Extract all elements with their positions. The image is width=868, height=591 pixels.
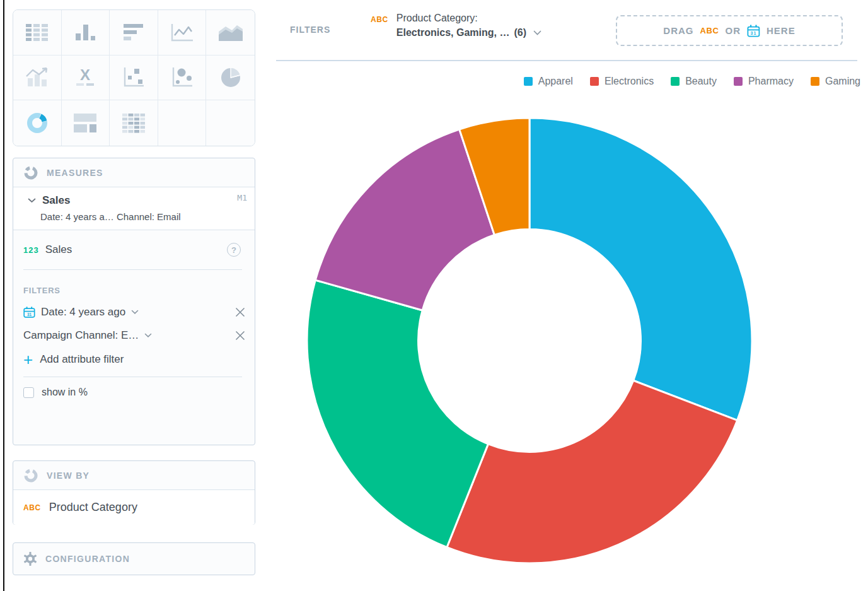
measure-tag: M1 — [237, 193, 247, 202]
svg-text:31: 31 — [27, 312, 32, 317]
show-in-percent-label: show in % — [42, 387, 88, 398]
measure-name: Sales — [42, 194, 70, 207]
svg-text:31: 31 — [750, 31, 756, 35]
chevron-down-icon — [144, 333, 152, 338]
show-in-percent-row: show in % — [13, 387, 255, 398]
measure-item-label: Sales — [45, 243, 72, 256]
vis-type-headline[interactable]: X — [62, 56, 110, 101]
measure-filters-label: FILTERS — [13, 286, 255, 295]
measure-item-row[interactable]: 123 Sales ? — [13, 230, 255, 269]
table-icon — [26, 24, 49, 41]
attribute-filter-row[interactable]: Campaign Channel: E… — [13, 329, 255, 342]
add-attribute-filter-label: Add attribute filter — [40, 353, 124, 366]
divider — [276, 60, 857, 61]
vis-type-donut-chart-selected[interactable] — [13, 100, 62, 146]
chevron-down-icon[interactable] — [28, 198, 36, 203]
vis-type-column-chart[interactable] — [62, 10, 110, 56]
bubble-chart-icon — [171, 67, 193, 88]
vis-type-combo-chart[interactable] — [13, 56, 62, 101]
vis-type-area-chart[interactable] — [206, 10, 255, 56]
measure-subtitle: Date: 4 years a… Channel: Email — [40, 211, 247, 222]
filter-chip-attribute: Product Category: — [396, 13, 541, 24]
svg-text:X: X — [80, 68, 90, 83]
view-by-item-label: Product Category — [49, 501, 137, 514]
filter-dropzone[interactable]: DRAG ABC OR 31 HERE — [616, 15, 843, 46]
window-left-edge — [3, 0, 4, 591]
attribute-type-icon: ABC — [700, 26, 719, 35]
donut-chart — [271, 63, 868, 591]
chevron-down-icon — [131, 310, 139, 315]
dropzone-here: HERE — [767, 25, 796, 36]
heatmap-icon — [122, 114, 145, 133]
date-filter-row[interactable]: 31 Date: 4 years ago — [13, 306, 255, 319]
help-icon[interactable]: ? — [227, 243, 241, 257]
calendar-icon: 31 — [23, 307, 35, 318]
vis-type-table[interactable] — [13, 10, 62, 56]
vis-type-treemap[interactable] — [62, 100, 110, 146]
filter-bar-label: FILTERS — [290, 25, 330, 35]
donut-bucket-icon — [23, 468, 38, 483]
calendar-icon: 31 — [747, 25, 760, 37]
add-attribute-filter-button[interactable]: + Add attribute filter — [13, 353, 255, 366]
attribute-filter-label: Campaign Channel: E… — [23, 329, 139, 342]
scatter-plot-icon — [123, 67, 144, 88]
show-in-percent-checkbox[interactable] — [23, 387, 34, 398]
filter-chip-values: Electronics, Gaming, … — [396, 27, 510, 38]
plus-icon: + — [23, 353, 33, 366]
view-by-item[interactable]: ABC Product Category — [13, 489, 255, 525]
configuration-panel[interactable]: CONFIGURATION — [13, 542, 255, 575]
attribute-type-icon: ABC — [371, 15, 388, 38]
donut-chart-icon — [26, 112, 49, 134]
vis-type-heatmap[interactable] — [110, 100, 158, 146]
date-filter-label: Date: 4 years ago — [41, 306, 125, 319]
vis-type-pie-chart[interactable] — [206, 56, 255, 101]
measure-card[interactable]: Sales M1 Date: 4 years a… Channel: Email — [13, 187, 255, 230]
view-by-title: VIEW BY — [47, 471, 90, 481]
donut-slice-electronics[interactable] — [447, 380, 738, 563]
vis-type-empty-2 — [206, 100, 255, 146]
dropzone-drag: DRAG — [663, 25, 693, 36]
product-category-filter-chip[interactable]: ABC Product Category: Electronics, Gamin… — [371, 13, 541, 38]
pie-chart-icon — [220, 67, 241, 88]
line-chart-icon — [170, 23, 194, 42]
donut-slice-apparel[interactable] — [529, 118, 752, 420]
combo-chart-icon — [25, 67, 49, 87]
configuration-title: CONFIGURATION — [45, 554, 130, 564]
vis-type-line-chart[interactable] — [158, 10, 207, 56]
treemap-icon — [74, 114, 96, 132]
attribute-type-icon: ABC — [23, 503, 41, 512]
view-by-header: VIEW BY — [13, 461, 255, 489]
area-chart-icon — [219, 23, 243, 41]
filter-chip-count: (6) — [514, 27, 526, 38]
vis-type-bar-chart[interactable] — [110, 10, 158, 56]
view-by-panel: VIEW BY ABC Product Category — [13, 460, 255, 525]
headline-icon: X — [74, 68, 96, 87]
dropzone-or: OR — [725, 25, 741, 36]
vis-type-scatter-plot[interactable] — [110, 56, 158, 101]
measures-title: MEASURES — [47, 168, 103, 178]
vis-type-bubble-chart[interactable] — [158, 56, 207, 101]
measures-header: MEASURES — [13, 158, 255, 187]
donut-slice-beauty[interactable] — [307, 280, 488, 547]
divider — [23, 269, 242, 270]
bar-chart-icon — [124, 24, 144, 41]
column-chart-icon — [74, 23, 96, 42]
configuration-header[interactable]: CONFIGURATION — [13, 543, 255, 575]
remove-filter-icon[interactable] — [234, 330, 246, 341]
numeric-type-icon: 123 — [23, 245, 39, 255]
donut-bucket-icon — [23, 165, 38, 180]
vis-type-empty-1 — [158, 100, 207, 146]
visualization-picker: X — [13, 9, 255, 146]
gear-icon — [23, 552, 37, 566]
divider — [23, 377, 242, 377]
chevron-down-icon — [533, 30, 541, 36]
remove-filter-icon[interactable] — [234, 307, 246, 318]
measures-panel: MEASURES Sales M1 Date: 4 years a… Chann… — [13, 158, 255, 445]
